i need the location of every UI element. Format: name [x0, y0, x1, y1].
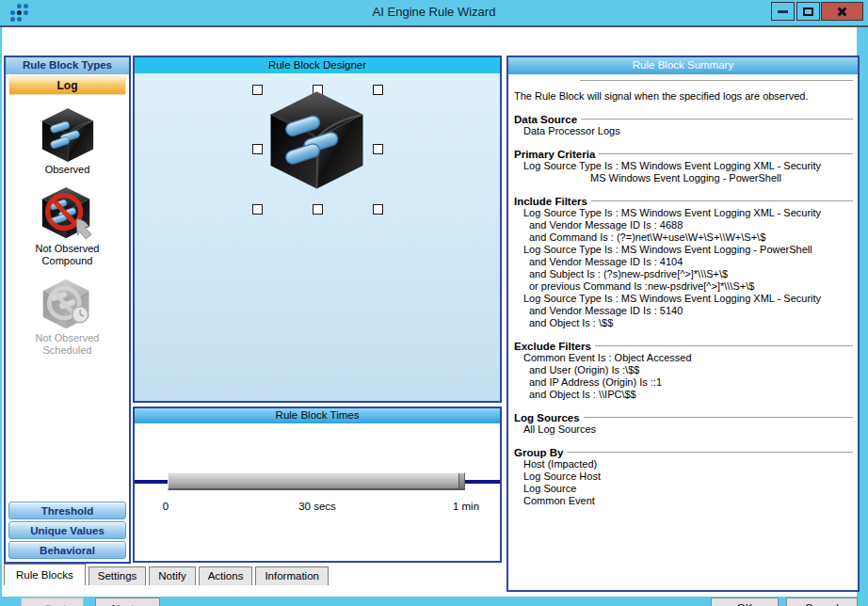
- summary-section-heading-row: Exclude Filters: [514, 341, 853, 352]
- summary-line: Log Source Host: [514, 470, 853, 483]
- dialog-body: Rule Block Types Log: [2, 27, 857, 597]
- minimize-button[interactable]: [771, 2, 795, 21]
- not-observed-scheduled-cube-icon: [40, 276, 96, 332]
- section-heading: Include Filters: [514, 196, 587, 207]
- rule-block-type-label: Not Observed: [36, 332, 100, 344]
- summary-line: Log Source: [514, 483, 853, 495]
- back-button[interactable]: < Back: [21, 598, 84, 606]
- summary-intro: The Rule Block will signal when the spec…: [514, 90, 853, 103]
- rule-type-buttons: ThresholdUnique ValuesBehavioral: [6, 500, 129, 561]
- summary-line: Log Source Type Is : MS Windows Event Lo…: [514, 244, 853, 256]
- next-button[interactable]: Next >: [95, 598, 160, 606]
- minimize-icon: [778, 10, 788, 13]
- close-button[interactable]: [821, 2, 863, 21]
- section-heading: Log Sources: [514, 412, 580, 423]
- summary-line: and Vendor Message ID Is : 5140: [514, 305, 853, 317]
- close-icon: [836, 6, 848, 18]
- ok-button[interactable]: OK: [711, 598, 779, 606]
- section-heading: Data Source: [514, 114, 577, 125]
- tab-rule-blocks[interactable]: Rule Blocks: [4, 564, 86, 585]
- summary-line: and Object Is : \$$: [514, 317, 853, 329]
- selection-handle[interactable]: [313, 204, 323, 215]
- rule-block-type-observed[interactable]: Observed: [39, 105, 97, 176]
- summary-body: The Rule Block will signal when the spec…: [508, 74, 858, 590]
- section-divider: [581, 119, 853, 120]
- selection-handle[interactable]: [252, 144, 263, 154]
- summary-section: Group ByHost (Impacted)Log Source HostLo…: [514, 447, 853, 507]
- tab-actions[interactable]: Actions: [199, 566, 253, 585]
- window-title: AI Engine Rule Wizard: [0, 0, 868, 25]
- section-heading: Primary Criteria: [514, 149, 595, 160]
- tab-settings[interactable]: Settings: [88, 566, 147, 585]
- rule-block-type-label: Not Observed: [36, 243, 100, 255]
- type-button-threshold[interactable]: Threshold: [8, 502, 126, 519]
- selection-handle[interactable]: [252, 85, 263, 95]
- summary-line: Log Source Type Is : MS Windows Event Lo…: [514, 160, 853, 172]
- title-bar: AI Engine Rule Wizard: [0, 0, 868, 25]
- summary-line: or previous Command Is :new-psdrive[^>]*…: [514, 280, 853, 293]
- cancel-button[interactable]: Cancel: [786, 598, 858, 606]
- type-button-behavioral[interactable]: Behavioral: [8, 541, 126, 559]
- summary-line: Log Source Type Is : MS Windows Event Lo…: [514, 207, 853, 219]
- summary-line: and IP Address (Origin) Is ::1: [514, 376, 853, 389]
- rule-block-designer-header: Rule Block Designer: [135, 57, 500, 73]
- summary-section: Log SourcesAll Log Sources: [514, 412, 853, 436]
- section-divider: [567, 452, 853, 454]
- rule-block-summary-header: Rule Block Summary: [508, 57, 858, 74]
- tick-label-1min: 1 min: [453, 501, 479, 512]
- summary-section-heading-row: Log Sources: [514, 412, 853, 423]
- selection-handle[interactable]: [252, 204, 263, 215]
- rule-block-type-list: Observed: [6, 97, 129, 562]
- summary-section-heading-row: Include Filters: [514, 196, 853, 207]
- summary-section: Data SourceData Processor Logs: [514, 114, 853, 137]
- selection-handle[interactable]: [373, 144, 383, 154]
- observed-cube-icon: [39, 105, 97, 164]
- section-divider: [591, 200, 853, 202]
- rule-block-summary-panel: Rule Block Summary The Rule Block will s…: [506, 56, 860, 592]
- summary-section-heading-row: Group By: [514, 447, 853, 458]
- section-divider: [595, 345, 853, 347]
- summary-section: Primary CriteriaLog Source Type Is : MS …: [514, 149, 853, 184]
- designer-canvas[interactable]: [135, 73, 500, 401]
- summary-line: Host (Impacted): [514, 458, 853, 470]
- tick-label-30sec: 30 secs: [298, 501, 336, 512]
- section-divider: [599, 153, 853, 155]
- summary-section-heading-row: Data Source: [514, 114, 853, 125]
- summary-section: Exclude FiltersCommon Event Is : Object …: [514, 341, 853, 401]
- rule-block-type-not-observed-compound[interactable]: Not Observed Compound: [36, 184, 100, 267]
- tab-strip: Rule BlocksSettingsNotifyActionsInformat…: [4, 564, 331, 585]
- summary-line: Common Event: [514, 495, 853, 507]
- tab-notify[interactable]: Notify: [149, 566, 195, 585]
- time-range-slider[interactable]: [168, 472, 465, 490]
- summary-line: and Vendor Message ID Is : 4104: [514, 256, 853, 268]
- rule-block-type-label: Observed: [45, 164, 90, 176]
- tick-label-0: 0: [163, 501, 169, 512]
- rule-block-type-label: Compound: [42, 255, 93, 267]
- section-heading: Group By: [514, 447, 563, 458]
- summary-line: MS Windows Event Logging - PowerShell: [514, 172, 853, 184]
- rule-block-type-label: Scheduled: [43, 344, 92, 357]
- maximize-button[interactable]: [796, 2, 820, 21]
- summary-line: and User (Origin) Is :\$$: [514, 364, 853, 376]
- summary-line: and Subject Is : (?s)new-psdrive[^>]*\\\…: [514, 268, 853, 280]
- rule-block-times-header: Rule Block Times: [135, 408, 500, 423]
- section-divider: [584, 417, 853, 419]
- selection-handle[interactable]: [373, 85, 383, 95]
- log-category-button[interactable]: Log: [8, 76, 126, 95]
- rule-block-types-panel: Rule Block Types Log: [4, 56, 131, 564]
- section-heading: Exclude Filters: [514, 341, 591, 352]
- type-button-unique-values[interactable]: Unique Values: [8, 521, 126, 539]
- rule-block-designer-panel: Rule Block Designer: [133, 56, 502, 403]
- tab-information[interactable]: Information: [255, 566, 329, 585]
- summary-line: Data Processor Logs: [514, 125, 853, 137]
- not-observed-compound-cube-icon: [39, 184, 97, 243]
- summary-line: and Vendor Message ID Is : 4688: [514, 219, 853, 231]
- summary-line: Log Source Type Is : MS Windows Event Lo…: [514, 293, 853, 305]
- rule-block-type-not-observed-scheduled[interactable]: Not Observed Scheduled: [36, 276, 100, 357]
- selection-handle[interactable]: [373, 204, 383, 215]
- rule-block-types-header: Rule Block Types: [6, 57, 129, 74]
- observed-rule-block-cube[interactable]: [263, 87, 371, 192]
- rule-block-times-panel: Rule Block Times 0 30 secs 1 min: [133, 407, 502, 563]
- summary-line: Common Event Is : Object Accessed: [514, 352, 853, 364]
- summary-sections: Data SourceData Processor LogsPrimary Cr…: [514, 114, 853, 507]
